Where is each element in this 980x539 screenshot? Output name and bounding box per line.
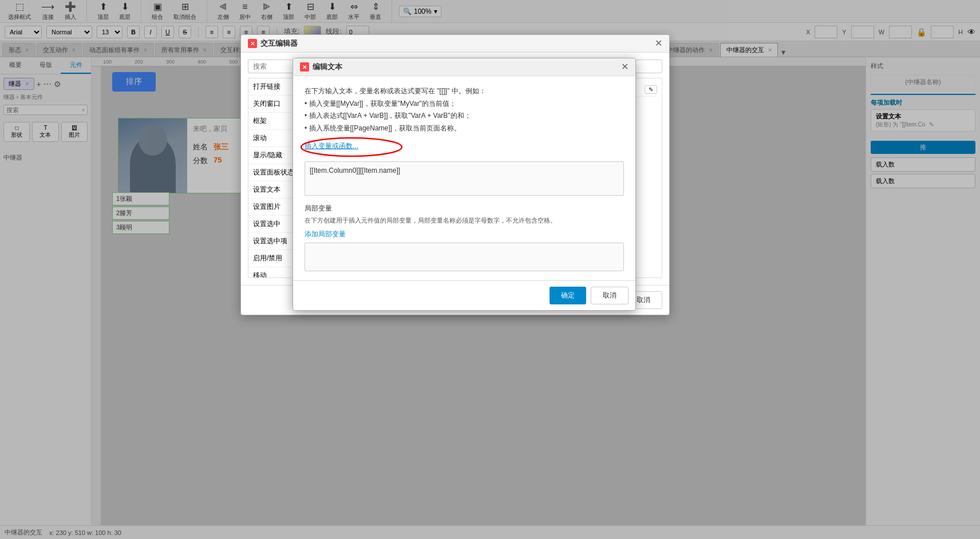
action-edit-btn[interactable]: ✎ [645,85,657,94]
edit-text-close-btn[interactable]: ✕ [621,62,629,72]
interaction-editor-title-bar: ✕ 交互编辑器 ✕ [241,35,669,53]
interaction-editor-dialog: ✕ 交互编辑器 ✕ 打开链接 关闭窗口 框架 滚动 显示/隐藏 设置面板状态 设… [240,34,670,315]
text-editor-area[interactable]: [[Item.Column0]][[Item.name]] [305,161,624,196]
edit-text-title-bar: ✕ 编辑文本 ✕ [293,58,635,76]
vars-input-area[interactable] [305,243,624,271]
edit-text-title-wrapper: ✕ 编辑文本 [300,62,342,72]
instructions-bullet2: • 插入表达式[[VarA + VarB]]，获取"VarA + VarB"的和… [305,110,624,122]
instructions-bullet1: • 插入变量[[MyVar]]，获取变量"MyVar"的当前值； [305,98,624,110]
edit-text-confirm-btn[interactable]: 确定 [550,287,586,304]
interaction-editor-title: 交互编辑器 [260,38,298,49]
interaction-editor-title-wrapper: ✕ 交互编辑器 [248,38,298,49]
edit-text-cancel-btn[interactable]: 取消 [591,287,629,304]
insert-variable-link[interactable]: 插入变量或函数... [305,141,358,151]
local-vars-desc: 在下方创建用于插入元件值的局部变量，局部变量名称必须是字母数字，不允许包含空格。 [305,216,624,226]
local-vars-title: 局部变量 [305,204,624,213]
local-vars-section: 局部变量 在下方创建用于插入元件值的局部变量，局部变量名称必须是字母数字，不允许… [305,204,624,271]
edit-text-dialog: ✕ 编辑文本 ✕ 在下方输入文本，变量名称或表达式要写在 "[[]]" 中。例如… [293,58,636,311]
dialog-x-badge: ✕ [248,39,257,48]
editor-content: [[Item.Column0]][[Item.name]] [310,167,400,175]
overlay: ✕ 交互编辑器 ✕ 打开链接 关闭窗口 框架 滚动 显示/隐藏 设置面板状态 设… [0,0,980,539]
interaction-editor-close-btn[interactable]: ✕ [655,39,662,48]
edit-text-body: 在下方输入文本，变量名称或表达式要写在 "[[]]" 中。例如： • 插入变量[… [293,76,635,280]
insert-link-area: 插入变量或函数... [305,141,624,157]
edit-text-footer: 确定 取消 [293,280,635,310]
instructions-text: 在下方输入文本，变量名称或表达式要写在 "[[]]" 中。例如： • 插入变量[… [305,85,624,134]
instructions-bullet3: • 插入系统变量[[PageName]]，获取当前页面名称。 [305,122,624,135]
edit-text-title: 编辑文本 [313,62,342,72]
instructions-intro: 在下方输入文本，变量名称或表达式要写在 "[[]]" 中。例如： [305,85,624,98]
inner-dialog-x-badge: ✕ [300,62,309,72]
add-local-var-link[interactable]: 添加局部变量 [305,230,346,238]
